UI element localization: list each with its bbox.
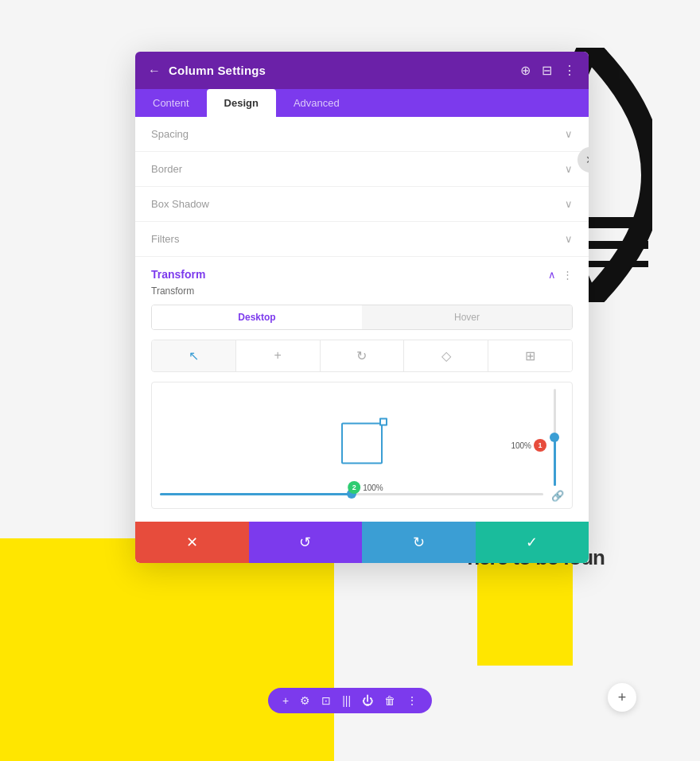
rotate-icon-btn[interactable]: ↻ (321, 340, 405, 371)
toolbar-grid-icon[interactable]: ||| (342, 694, 351, 707)
border-section[interactable]: Border ∨ (135, 152, 589, 187)
add-icon-btn[interactable]: + (236, 340, 321, 371)
filters-section[interactable]: Filters ∨ (135, 222, 589, 257)
panel-header-left: ← Column Settings (148, 64, 266, 78)
horizontal-value-group: 2 100% (348, 481, 383, 494)
tab-content[interactable]: Content (135, 89, 207, 117)
save-button[interactable]: ✓ (476, 522, 589, 563)
badge-1: 1 (534, 439, 546, 452)
filters-label: Filters (151, 233, 179, 245)
cancel-button[interactable]: ✕ (135, 522, 249, 563)
column-settings-panel: ✕ ← Column Settings ⊕ ⊟ ⋮ Content Design… (135, 52, 589, 563)
transform-sublabel: Transform (151, 285, 573, 297)
bottom-toolbar: + ⚙ ⊡ ||| ⏻ 🗑 ⋮ (268, 688, 432, 713)
toolbar-delete-icon[interactable]: 🗑 (384, 694, 395, 707)
scale-box (341, 422, 383, 464)
border-label: Border (151, 163, 182, 175)
toolbar-add-icon[interactable]: + (282, 694, 289, 707)
hover-tab[interactable]: Hover (362, 305, 572, 329)
border-chevron: ∨ (565, 163, 573, 175)
scale-icon-btn[interactable]: ⊞ (488, 340, 572, 371)
transform-collapse-icon[interactable]: ∧ (548, 269, 556, 281)
panel-header: ← Column Settings ⊕ ⊟ ⋮ (135, 52, 589, 89)
vertical-slider-container (548, 389, 561, 486)
transform-title: Transform (151, 268, 205, 281)
transform-more-icon[interactable]: ⋮ (562, 269, 573, 281)
undo-button[interactable]: ↺ (249, 522, 363, 563)
desktop-tab[interactable]: Desktop (152, 305, 362, 329)
spacing-section[interactable]: Spacing ∨ (135, 117, 589, 152)
tab-advanced[interactable]: Advanced (276, 89, 357, 117)
box-shadow-section[interactable]: Box Shadow ∨ (135, 187, 589, 222)
link-icon[interactable]: 🔗 (551, 490, 564, 502)
spacing-chevron: ∨ (565, 128, 573, 140)
box-shadow-label: Box Shadow (151, 198, 209, 210)
tab-design[interactable]: Design (207, 89, 276, 117)
scale-y-value: 100% (511, 441, 531, 450)
action-bar: ✕ ↺ ↻ ✓ (135, 522, 589, 563)
spacing-label: Spacing (151, 128, 189, 140)
toolbar-settings-icon[interactable]: ⚙ (300, 694, 310, 707)
panel-title: Column Settings (169, 64, 266, 77)
toolbar-duplicate-icon[interactable]: ⊡ (321, 694, 331, 707)
canvas-inner: 100% 1 2 100% (152, 382, 572, 508)
filters-chevron: ∨ (565, 233, 573, 245)
view-toggle: Desktop Hover (151, 305, 573, 330)
badge-2: 2 (348, 481, 360, 494)
redo-button[interactable]: ↻ (362, 522, 476, 563)
transform-section-header: Transform ∧ ⋮ (151, 257, 573, 285)
transform-canvas: 100% 1 2 100% (151, 382, 573, 509)
vertical-slider-fill (554, 437, 556, 486)
more-icon[interactable]: ⋮ (563, 63, 576, 78)
focus-icon[interactable]: ⊕ (520, 63, 531, 78)
back-icon[interactable]: ← (148, 64, 161, 78)
toolbar-more-icon[interactable]: ⋮ (406, 694, 418, 707)
vertical-slider-thumb[interactable] (550, 433, 559, 442)
panel-header-icons: ⊕ ⊟ ⋮ (520, 63, 576, 78)
box-shadow-chevron: ∨ (565, 198, 573, 210)
fab-add-button[interactable]: + (608, 683, 636, 712)
skew-icon-btn[interactable]: ◇ (404, 340, 488, 371)
bg-yellow-bottom (0, 538, 334, 761)
transform-header-icons: ∧ ⋮ (548, 269, 573, 281)
split-icon[interactable]: ⊟ (542, 63, 552, 78)
horizontal-slider-fill (160, 493, 352, 495)
vertical-slider-track (554, 389, 556, 486)
move-icon-btn[interactable]: ↖ (152, 340, 236, 371)
vertical-value-group: 100% 1 (511, 439, 546, 452)
panel-body: Spacing ∨ Border ∨ Box Shadow ∨ Filters … (135, 117, 589, 563)
transform-icons-row: ↖ + ↻ ◇ ⊞ (151, 340, 573, 372)
panel-tabs: Content Design Advanced (135, 89, 589, 117)
transform-section: Transform ∧ ⋮ Transform Desktop Hover ↖ … (135, 257, 589, 528)
scale-box-handle[interactable] (379, 417, 387, 425)
scale-x-value: 100% (363, 483, 383, 492)
toolbar-power-icon[interactable]: ⏻ (362, 694, 373, 707)
